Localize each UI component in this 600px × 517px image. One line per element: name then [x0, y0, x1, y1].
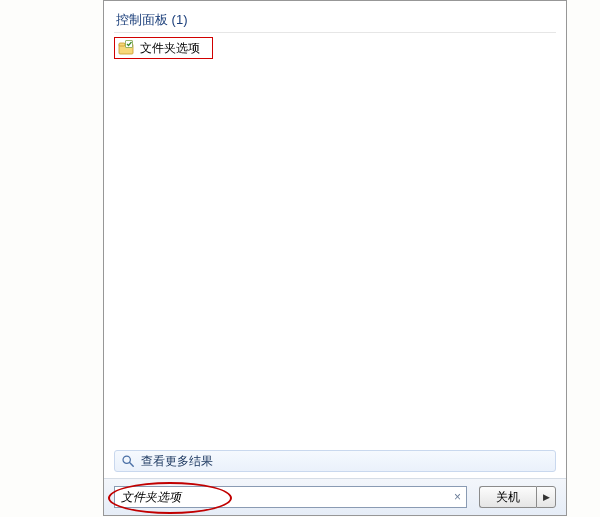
- footer-bar: × 关机 ▶: [104, 478, 566, 515]
- search-icon: [121, 454, 135, 468]
- shutdown-label: 关机: [496, 489, 520, 506]
- see-more-results[interactable]: 查看更多结果: [114, 450, 556, 472]
- group-header-control-panel: 控制面板 (1): [114, 7, 556, 33]
- shutdown-options-arrow[interactable]: ▶: [536, 486, 556, 508]
- result-item-folder-options[interactable]: 文件夹选项: [114, 37, 213, 59]
- result-label: 文件夹选项: [140, 40, 200, 57]
- clear-search-icon[interactable]: ×: [454, 491, 461, 503]
- see-more-label: 查看更多结果: [141, 453, 213, 470]
- shutdown-button[interactable]: 关机: [479, 486, 536, 508]
- results-area: 控制面板 (1) 文件夹选项: [104, 1, 566, 450]
- shutdown-split-button: 关机 ▶: [479, 486, 556, 508]
- search-wrap: ×: [114, 486, 467, 508]
- triangle-right-icon: ▶: [543, 492, 550, 502]
- svg-line-4: [130, 463, 134, 467]
- svg-rect-1: [119, 43, 125, 46]
- search-input[interactable]: [114, 486, 467, 508]
- folder-options-icon: [118, 40, 134, 56]
- start-menu-search-panel: 控制面板 (1) 文件夹选项 查看更多结果 × 关机: [103, 0, 567, 516]
